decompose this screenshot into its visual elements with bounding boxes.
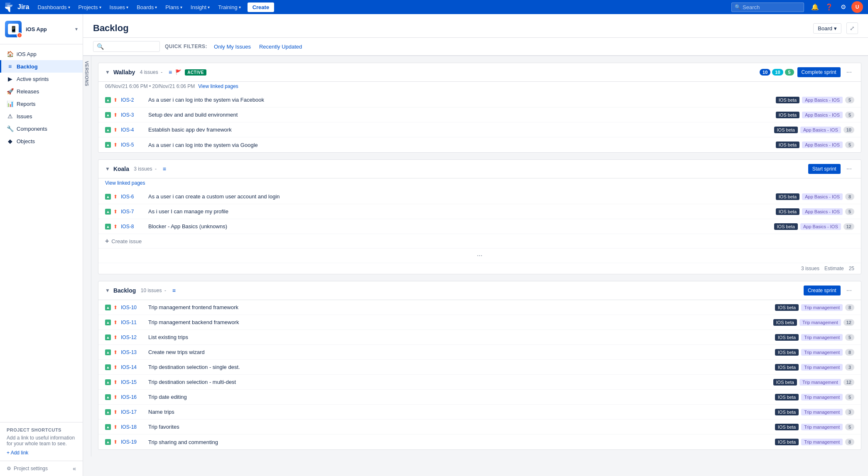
backlog-menu-button[interactable]: ··· — [844, 286, 854, 295]
view-linked-pages-link[interactable]: View linked pages — [198, 83, 238, 89]
table-row[interactable]: ▲ ⬆ IOS-19 Trip sharing and commenting I… — [98, 435, 861, 449]
create-sprint-button[interactable]: Create sprint — [804, 286, 841, 295]
issue-id[interactable]: IOS-6 — [121, 194, 146, 200]
jira-logo[interactable]: Jira — [5, 2, 29, 12]
table-row[interactable]: ▲ ⬆ IOS-8 Blocker - App Basics (unknowns… — [98, 219, 861, 234]
sidebar-item-objects[interactable]: ◆ Objects — [0, 135, 83, 147]
help-icon[interactable]: ❓ — [823, 1, 835, 13]
active-badge: ACTIVE — [185, 69, 206, 76]
sidebar-item-components[interactable]: 🔧 Components — [0, 122, 83, 135]
only-my-issues-filter[interactable]: Only My Issues — [212, 43, 253, 51]
recently-updated-filter[interactable]: Recently Updated — [257, 43, 304, 51]
table-row[interactable]: ▲ ⬆ IOS-10 Trip management frontend fram… — [98, 300, 861, 315]
story-icon: ▲ — [105, 439, 111, 445]
versions-tab[interactable]: VERSIONS — [83, 56, 91, 456]
avatar[interactable]: U — [851, 1, 863, 13]
tag-label: IOS beta — [775, 334, 799, 341]
create-button[interactable]: Create — [248, 2, 274, 12]
issue-id[interactable]: IOS-14 — [121, 364, 146, 370]
sprint-menu-button[interactable]: ··· — [844, 68, 854, 77]
create-issue-button[interactable]: + Create issue — [98, 234, 861, 248]
sidebar-item-issues[interactable]: ⚠ Issues — [0, 110, 83, 122]
search-filter-input[interactable] — [106, 44, 156, 50]
table-row[interactable]: ▲ ⬆ IOS-11 Trip management backend frame… — [98, 315, 861, 330]
table-row[interactable]: ▲ ⬆ IOS-7 As i user I can manage my prof… — [98, 204, 861, 219]
sprint-collapse-icon[interactable]: ▼ — [105, 288, 110, 293]
issue-id[interactable]: IOS-15 — [121, 379, 146, 385]
priority-icon: ⬆ — [113, 224, 118, 229]
sprint-meta: 06/Nov/21 6:06 PM • 20/Nov/21 6:06 PM Vi… — [98, 82, 861, 93]
table-row[interactable]: ▲ ⬆ IOS-6 As a user i can create a custo… — [98, 189, 861, 204]
issue-type-icons: ▲ ⬆ — [105, 394, 118, 400]
issue-id[interactable]: IOS-13 — [121, 349, 146, 355]
view-linked-pages-link[interactable]: View linked pages — [105, 180, 145, 186]
story-points: 3 — [845, 364, 854, 371]
search-input[interactable] — [731, 2, 804, 12]
issue-id[interactable]: IOS-2 — [121, 97, 146, 103]
priority-icon: ⬆ — [113, 112, 118, 118]
add-link-button[interactable]: + Add link — [7, 450, 76, 456]
board-button[interactable]: Board ▾ — [813, 23, 841, 34]
table-row[interactable]: ▲ ⬆ IOS-4 Establish basic app dev framew… — [98, 122, 861, 137]
project-settings-link[interactable]: ⚙ Project settings — [7, 466, 48, 471]
sidebar-item-ios-app[interactable]: 🏠 iOS App — [0, 48, 83, 60]
issue-id[interactable]: IOS-18 — [121, 424, 146, 430]
notifications-icon[interactable]: 🔔 — [809, 1, 821, 13]
sidebar-item-releases[interactable]: 🚀 Releases — [0, 85, 83, 98]
backlog-actions: Create sprint ··· — [804, 286, 854, 295]
issue-id[interactable]: IOS-7 — [121, 209, 146, 215]
table-row[interactable]: ▲ ⬆ IOS-14 Trip destination selection - … — [98, 360, 861, 375]
nav-plans[interactable]: Plans ▾ — [162, 2, 186, 12]
issue-id[interactable]: IOS-11 — [121, 320, 146, 325]
issue-id[interactable]: IOS-12 — [121, 334, 146, 340]
priority-icon: ⬆ — [113, 409, 118, 415]
project-chevron-icon[interactable]: ▾ — [75, 26, 78, 32]
issue-id[interactable]: IOS-19 — [121, 439, 146, 445]
sprint-collapse-icon[interactable]: ▼ — [105, 166, 110, 172]
collapse-sidebar-button[interactable]: « — [73, 465, 76, 472]
sidebar-item-active-sprints[interactable]: ▶ Active sprints — [0, 73, 83, 85]
sprint-menu-button[interactable]: ··· — [844, 164, 854, 173]
issue-meta: IOS beta App Basics - IOS 5 — [776, 142, 854, 148]
nav-boards[interactable]: Boards ▾ — [133, 2, 160, 12]
settings-icon[interactable]: ⚙ — [837, 1, 849, 13]
backlog-section-header: ▼ Backlog 10 issues - ≡ Create sprint ··… — [98, 281, 861, 300]
nav-training[interactable]: Training ▾ — [215, 2, 244, 12]
tag-label: IOS beta — [773, 379, 797, 386]
table-row[interactable]: ▲ ⬆ IOS-16 Trip date editing IOS beta Tr… — [98, 390, 861, 405]
sprint-collapse-icon[interactable]: ▼ — [105, 69, 110, 75]
issue-id[interactable]: IOS-16 — [121, 394, 146, 400]
nav-insight[interactable]: Insight ▾ — [187, 2, 213, 12]
table-row[interactable]: ▲ ⬆ IOS-17 Name trips IOS beta Trip mana… — [98, 405, 861, 420]
start-sprint-button[interactable]: Start sprint — [808, 164, 841, 174]
priority-icon: ⬆ — [113, 127, 118, 133]
issue-id[interactable]: IOS-4 — [121, 127, 146, 133]
issue-meta: IOS beta Trip management 8 — [775, 439, 854, 445]
story-points: 12 — [843, 223, 854, 230]
sidebar-item-reports[interactable]: 📊 Reports — [0, 98, 83, 110]
issue-id[interactable]: IOS-10 — [121, 305, 146, 310]
nav-projects[interactable]: Projects ▾ — [75, 2, 105, 12]
issue-summary: Establish basic app dev framework — [148, 127, 774, 133]
table-row[interactable]: ▲ ⬆ IOS-18 Trip favorites IOS beta Trip … — [98, 420, 861, 435]
nav-dashboards[interactable]: Dashboards ▾ — [34, 2, 73, 12]
table-row[interactable]: ▲ ⬆ IOS-3 Setup dev and and build enviro… — [98, 107, 861, 122]
table-row[interactable]: ▲ ⬆ IOS-2 As a user i can log into the s… — [98, 93, 861, 107]
table-row[interactable]: ▲ ⬆ IOS-15 Trip destination selection - … — [98, 375, 861, 390]
table-row[interactable]: ▲ ⬆ IOS-12 List existing trips IOS beta … — [98, 330, 861, 345]
expand-button[interactable]: ⤢ — [846, 22, 858, 34]
complete-sprint-button[interactable]: Complete sprint — [797, 67, 841, 77]
issue-id[interactable]: IOS-8 — [121, 224, 146, 229]
table-row[interactable]: ▲ ⬆ IOS-13 Create new trips wizard IOS b… — [98, 345, 861, 360]
issue-id[interactable]: IOS-3 — [121, 112, 146, 118]
issue-id[interactable]: IOS-5 — [121, 142, 146, 148]
nav-issues[interactable]: Issues ▾ — [106, 2, 132, 12]
issue-meta: IOS beta Trip management 5 — [775, 394, 854, 400]
epic-label: Trip management — [801, 334, 843, 341]
sidebar-item-backlog[interactable]: ≡ Backlog — [0, 60, 83, 73]
badge-todo: 10 — [760, 69, 770, 76]
table-row[interactable]: ▲ ⬆ IOS-5 As a user i can log into the s… — [98, 137, 861, 152]
issue-meta: IOS beta App Basics - IOS 12 — [774, 223, 854, 230]
sprint-board-icon: ≡ — [169, 69, 172, 76]
issue-id[interactable]: IOS-17 — [121, 409, 146, 415]
